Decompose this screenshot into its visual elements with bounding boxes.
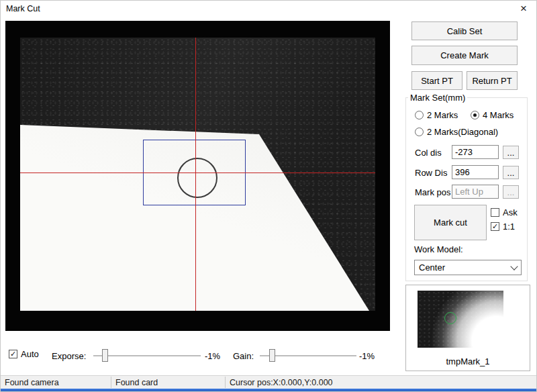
mark-cut-window: Mark Cut × Calib Set Create Mark Start P… — [0, 0, 537, 392]
work-model-label: Work Model: — [414, 244, 463, 254]
ask-checkbox[interactable]: Ask — [491, 207, 518, 217]
return-pt-button[interactable]: Return PT — [467, 71, 518, 90]
preview-caption: tmpMark_1 — [406, 356, 530, 366]
radio-4marks[interactable]: 4 Marks — [471, 110, 514, 120]
exposure-slider[interactable] — [93, 347, 201, 364]
close-icon[interactable]: × — [516, 1, 531, 16]
preview-mark-circle — [444, 312, 456, 324]
start-pt-button[interactable]: Start PT — [411, 71, 462, 90]
one-to-one-checkbox-box[interactable]: ✓ — [491, 222, 499, 231]
status-bar: Found camera Found card Cursor pos:X:0.0… — [1, 375, 537, 389]
status-card: Found card — [115, 378, 158, 387]
radio-2marks-diagonal[interactable]: 2 Marks(Diagonal) — [415, 127, 498, 137]
mark-pos-browse-button: ... — [503, 185, 519, 199]
ask-checkbox-box[interactable] — [491, 208, 499, 217]
exposure-slider-thumb[interactable] — [102, 349, 108, 362]
work-model-selected: Center — [419, 262, 445, 273]
mark-pos-input — [452, 185, 499, 199]
camera-view[interactable] — [5, 21, 390, 331]
mark-pos-label: Mark pos — [415, 187, 450, 197]
row-dis-browse-button[interactable]: ... — [503, 166, 519, 179]
exposure-label: Exporse: — [52, 351, 86, 361]
ask-checkbox-label: Ask — [503, 207, 518, 217]
taskbar-edge — [1, 389, 537, 392]
gain-slider-thumb[interactable] — [269, 349, 275, 362]
mark-preview-image — [418, 291, 503, 348]
mark-cut-button[interactable]: Mark cut — [414, 205, 487, 240]
radio-2marks[interactable]: 2 Marks — [415, 110, 458, 120]
radio-2marks-diagonal-label: 2 Marks(Diagonal) — [427, 127, 498, 137]
status-camera: Found camera — [5, 378, 59, 387]
row-dis-input[interactable] — [452, 165, 499, 179]
row-dis-label: Row Dis — [415, 168, 447, 178]
window-title: Mark Cut — [6, 4, 40, 13]
radio-2marks-label: 2 Marks — [427, 110, 458, 120]
mark-preview-panel[interactable]: tmpMark_1 — [405, 285, 530, 371]
exposure-value: -1% — [205, 351, 220, 361]
auto-checkbox-box[interactable]: ✓ — [9, 350, 17, 358]
camera-image — [20, 38, 375, 311]
col-dis-browse-button[interactable]: ... — [503, 146, 519, 159]
one-to-one-checkbox-label: 1:1 — [503, 222, 515, 232]
gain-value: -1% — [359, 351, 375, 361]
crosshair-h — [20, 173, 375, 173]
radio-4marks-label: 4 Marks — [483, 110, 514, 120]
col-dis-input[interactable] — [452, 145, 499, 159]
mark-set-group-title: Mark Set(mm) — [408, 93, 467, 103]
auto-checkbox[interactable]: ✓ Auto — [9, 349, 39, 359]
radio-4marks-circle[interactable] — [471, 111, 479, 119]
status-separator — [225, 377, 226, 388]
crosshair-v — [195, 38, 196, 311]
radio-2marks-circle[interactable] — [415, 111, 424, 119]
titlebar: Mark Cut × — [1, 1, 536, 17]
one-to-one-checkbox[interactable]: ✓ 1:1 — [491, 222, 515, 232]
work-model-dropdown[interactable]: Center — [414, 260, 522, 275]
gain-label: Gain: — [233, 351, 254, 361]
chevron-down-icon — [510, 262, 518, 270]
gain-slider[interactable] — [260, 347, 356, 364]
exposure-slider-track[interactable] — [93, 355, 201, 356]
status-separator — [111, 377, 111, 388]
status-cursor-pos: Cursor pos:X:0.000,Y:0.000 — [230, 378, 333, 387]
col-dis-label: Col dis — [415, 148, 442, 158]
auto-checkbox-label: Auto — [21, 349, 39, 359]
create-mark-button[interactable]: Create Mark — [411, 46, 518, 65]
radio-2marks-diagonal-circle[interactable] — [415, 128, 424, 136]
calib-set-button[interactable]: Calib Set — [411, 21, 518, 40]
